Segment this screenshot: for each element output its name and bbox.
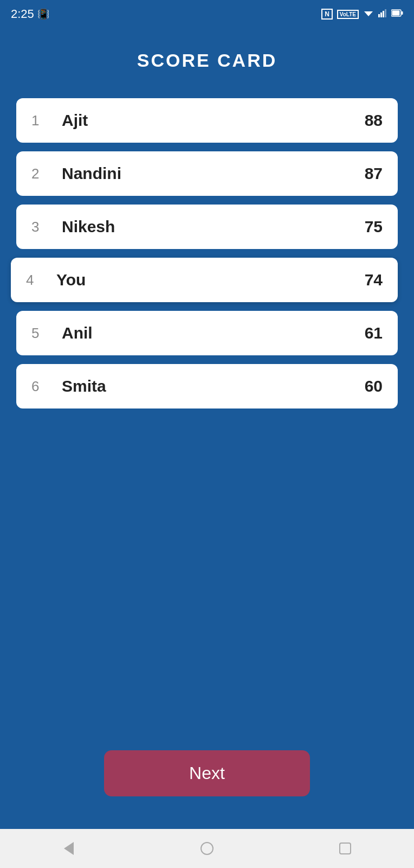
player-score: 88 <box>365 111 383 130</box>
recents-button[interactable] <box>329 838 361 859</box>
signal-icon <box>378 9 387 20</box>
player-score: 61 <box>365 324 383 342</box>
player-name: Anil <box>53 324 365 342</box>
home-icon <box>200 842 214 855</box>
svg-rect-6 <box>392 11 400 16</box>
page-title: SCORE CARD <box>137 50 277 71</box>
home-button[interactable] <box>191 838 223 859</box>
score-row: 4 You 74 <box>11 258 398 302</box>
player-score: 75 <box>365 218 383 236</box>
player-score: 60 <box>365 377 383 395</box>
main-content: SCORE CARD 1 Ajit 88 2 Nandini 87 3 Nike… <box>0 28 414 829</box>
score-list: 1 Ajit 88 2 Nandini 87 3 Nikesh 75 4 You… <box>16 98 398 409</box>
nav-bar <box>0 829 414 868</box>
svg-rect-4 <box>385 9 386 17</box>
svg-rect-3 <box>383 11 384 17</box>
score-row: 5 Anil 61 <box>16 311 398 355</box>
svg-rect-2 <box>380 12 382 17</box>
back-button[interactable] <box>53 838 85 859</box>
rank-number: 4 <box>26 272 48 289</box>
back-icon <box>64 842 74 855</box>
rank-number: 2 <box>31 165 53 182</box>
next-button[interactable]: Next <box>104 750 310 796</box>
nfc-icon: N <box>321 9 333 20</box>
time-text: 2:25 <box>11 7 34 21</box>
score-row: 3 Nikesh 75 <box>16 205 398 249</box>
recents-icon <box>339 843 351 854</box>
status-bar: 2:25 📳 N VoLTE <box>0 0 414 28</box>
player-score: 87 <box>365 164 383 183</box>
rank-number: 3 <box>31 219 53 235</box>
score-row: 2 Nandini 87 <box>16 151 398 196</box>
rank-number: 6 <box>31 378 53 395</box>
player-name: Nandini <box>53 164 365 183</box>
score-row: 1 Ajit 88 <box>16 98 398 143</box>
status-time: 2:25 📳 <box>11 7 49 21</box>
player-name: Smita <box>53 377 365 395</box>
svg-rect-1 <box>378 14 380 17</box>
svg-rect-7 <box>402 11 403 15</box>
battery-icon <box>391 9 403 19</box>
rank-number: 1 <box>31 112 53 129</box>
player-name: Nikesh <box>53 218 365 236</box>
player-score: 74 <box>365 271 383 289</box>
rank-number: 5 <box>31 325 53 342</box>
status-icons: N VoLTE <box>321 9 403 20</box>
volte-icon: VoLTE <box>337 10 359 19</box>
score-row: 6 Smita 60 <box>16 364 398 409</box>
wifi-icon <box>363 9 374 20</box>
call-icon: 📳 <box>37 8 49 20</box>
svg-marker-0 <box>364 11 373 16</box>
player-name: Ajit <box>53 111 365 130</box>
player-name: You <box>48 271 365 289</box>
